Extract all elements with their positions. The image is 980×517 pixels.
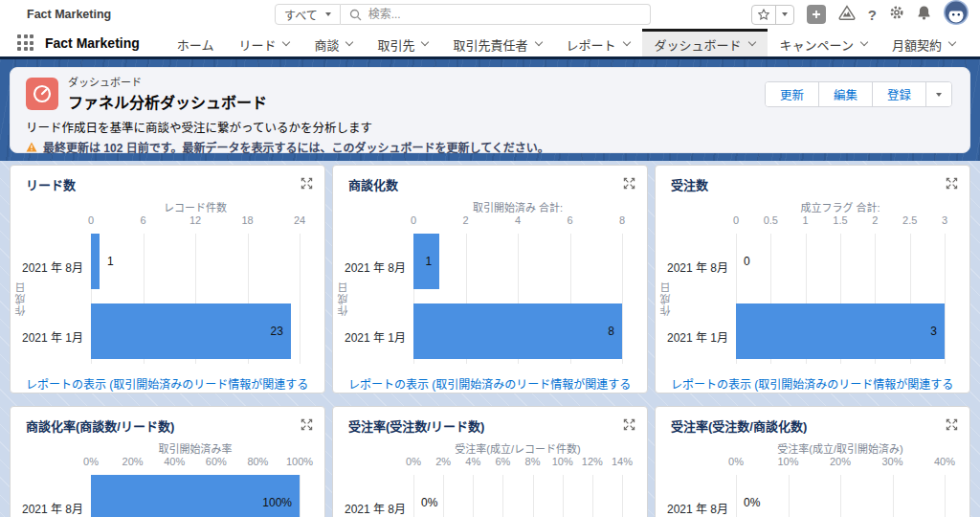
chart-row: 2021 年 8月0% bbox=[333, 475, 622, 517]
expand-icon[interactable] bbox=[946, 176, 958, 193]
card-title: 商談化数 bbox=[348, 175, 398, 193]
axis-title: 受注率(成立/レコード件数) bbox=[413, 440, 622, 454]
add-icon[interactable] bbox=[807, 5, 826, 24]
help-icon[interactable]: ? bbox=[868, 7, 877, 23]
axis-title: 成立フラグ 合計: bbox=[736, 199, 945, 213]
search-scope-label: すべて bbox=[284, 7, 318, 23]
bar-rows: 2021 年 8月0% bbox=[333, 475, 622, 517]
category-label: 2021 年 8月 bbox=[656, 234, 728, 299]
nav-tab[interactable]: ホーム bbox=[165, 29, 227, 56]
nav-tab-label: 月額契約 bbox=[892, 35, 942, 54]
nav-tab[interactable]: 取引先責任者 bbox=[440, 29, 553, 56]
axis-ticks: 0%2%4%6%8%10%12%14% bbox=[413, 456, 622, 470]
chart-row: 2021 年 8月0 bbox=[656, 234, 945, 299]
nav-tab[interactable]: キャンペーン bbox=[768, 29, 880, 56]
chart-row: 2021 年 8月1 bbox=[11, 234, 300, 299]
trailhead-icon[interactable] bbox=[838, 5, 856, 24]
user-avatar[interactable] bbox=[944, 0, 969, 29]
search-box bbox=[341, 4, 651, 25]
setup-gear-icon[interactable] bbox=[889, 5, 904, 24]
axis-tick-label: 20% bbox=[830, 456, 851, 467]
bar[interactable]: 1 bbox=[91, 234, 100, 289]
axis-tick-label: 80% bbox=[247, 456, 268, 467]
bar[interactable]: 8 bbox=[413, 303, 622, 359]
plot-area: 作成日2021 年 8月12021 年 1月23 bbox=[11, 234, 300, 364]
search-scope-selector[interactable]: すべて bbox=[275, 4, 341, 25]
axis-tick-label: 2 bbox=[872, 214, 878, 226]
chevron-down-icon bbox=[747, 38, 755, 46]
axis-tick-label: 3 bbox=[942, 214, 947, 226]
axis-tick-label: 60% bbox=[206, 456, 227, 467]
plot-area: 作成日2021 年 8月12021 年 1月8 bbox=[333, 234, 622, 364]
nav-tab-label: キャンペーン bbox=[780, 35, 854, 54]
subscribe-button[interactable]: 登録 bbox=[873, 82, 926, 106]
header-actions: ? bbox=[751, 3, 969, 26]
nav-tab[interactable]: ダッシュボード bbox=[642, 29, 768, 56]
axis-tick-label: 14% bbox=[612, 456, 633, 467]
axis-tick-label: 30% bbox=[881, 456, 902, 467]
bar[interactable]: 100% bbox=[91, 475, 300, 517]
value-label: 23 bbox=[271, 325, 283, 338]
card-title: 受注率(受注数/リード数) bbox=[348, 416, 484, 435]
chevron-down-icon bbox=[282, 38, 290, 46]
category-label: 2021 年 1月 bbox=[333, 303, 406, 369]
nav-tab[interactable]: 月額契約 bbox=[880, 29, 968, 56]
chart-card-win-rate-per-opportunity: 受注率(受注数/商談化数)受注率(成立/取引開始済み)0%10%20%30%40… bbox=[655, 406, 970, 517]
nav-tab[interactable]: 月額売上 bbox=[968, 29, 980, 56]
nav-tab[interactable]: 商談 bbox=[301, 29, 365, 56]
card-title: 受注数 bbox=[671, 175, 708, 193]
bar-rows: 2021 年 8月12021 年 1月8 bbox=[333, 234, 622, 369]
edit-button[interactable]: 編集 bbox=[819, 82, 873, 106]
axis-tick-label: 20% bbox=[122, 456, 144, 467]
expand-icon[interactable] bbox=[946, 417, 958, 435]
axis-tick-label: 10% bbox=[777, 456, 798, 467]
chevron-down-icon bbox=[534, 38, 542, 46]
nav-tab-label: 取引先 bbox=[377, 35, 414, 54]
chevron-down-icon bbox=[421, 38, 429, 46]
report-link[interactable]: レポートの表示 (取引開始済みのリード情報が関連するリード) bbox=[348, 378, 631, 393]
expand-icon[interactable] bbox=[623, 176, 635, 193]
gridline bbox=[945, 475, 946, 517]
more-actions-button[interactable] bbox=[926, 82, 951, 106]
nav-tab[interactable]: レポート bbox=[554, 29, 642, 56]
expand-icon[interactable] bbox=[301, 176, 313, 193]
category-label: 2021 年 8月 bbox=[656, 475, 728, 517]
page-title: ファネル分析ダッシュボード bbox=[68, 90, 267, 113]
bar[interactable]: 3 bbox=[736, 303, 945, 359]
axis-ticks: 02468 bbox=[413, 214, 622, 229]
notification-bell-icon[interactable] bbox=[917, 5, 931, 24]
bar-rows: 2021 年 8月12021 年 1月23 bbox=[11, 234, 300, 369]
nav-tab-label: レポート bbox=[567, 35, 616, 54]
search-input[interactable] bbox=[368, 8, 641, 21]
favorites-caret-icon[interactable] bbox=[775, 6, 793, 24]
axis-tick-label: 6% bbox=[495, 456, 510, 467]
dashboard-header: ダッシュボード ファネル分析ダッシュボード リード作成日を基準に商談や受注に繋が… bbox=[10, 67, 970, 153]
app-name: Fact Marketing bbox=[45, 35, 140, 51]
gridline bbox=[300, 234, 301, 364]
axis-tick-label: 100% bbox=[286, 456, 313, 467]
app-launcher-icon[interactable] bbox=[17, 34, 33, 51]
category-label: 2021 年 8月 bbox=[11, 234, 83, 299]
expand-icon[interactable] bbox=[301, 417, 313, 435]
axis-tick-label: 12 bbox=[189, 214, 201, 226]
plot-area: 作成日2021 年 8月02021 年 1月3 bbox=[656, 234, 945, 364]
nav-tab[interactable]: リード bbox=[226, 29, 301, 56]
salesforce-window: Fact Marketing すべて bbox=[0, 0, 980, 517]
bar[interactable]: 1 bbox=[413, 234, 439, 289]
axis-title: 取引開始済み 合計: bbox=[413, 199, 622, 213]
axis-tick-label: 0% bbox=[83, 456, 99, 467]
favorites-star-icon[interactable] bbox=[752, 6, 775, 24]
axis-tick-label: 24 bbox=[294, 214, 305, 226]
axis-tick-label: 10% bbox=[552, 456, 573, 467]
category-label: 2021 年 1月 bbox=[656, 303, 728, 369]
refresh-button[interactable]: 更新 bbox=[766, 82, 819, 106]
report-link[interactable]: レポートの表示 (取引開始済みのリード情報が関連するリード) bbox=[671, 378, 953, 393]
nav-tab[interactable]: 取引先 bbox=[365, 29, 440, 56]
global-search: すべて bbox=[275, 4, 651, 25]
bar[interactable]: 23 bbox=[91, 303, 291, 359]
axis-tick-label: 4 bbox=[515, 214, 521, 226]
category-label: 2021 年 8月 bbox=[11, 475, 83, 517]
axis-tick-label: 40% bbox=[164, 456, 185, 467]
expand-icon[interactable] bbox=[623, 417, 635, 435]
report-link[interactable]: レポートの表示 (取引開始済みのリード情報が関連するリード) bbox=[26, 378, 308, 393]
